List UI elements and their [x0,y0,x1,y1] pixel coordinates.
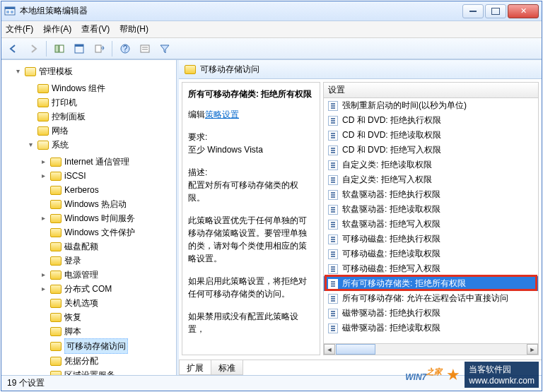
menu-file[interactable]: 文件(F) [6,23,33,35]
tree-node-label[interactable]: iSCSI [64,169,86,183]
settings-list-row[interactable]: CD 和 DVD: 拒绝写入权限 [324,143,538,158]
tree-pane[interactable]: ▾管理模板Windows 组件打印机控制面板网络▾系统▸Internet 通信管… [1,60,177,375]
expand-icon[interactable]: ▸ [40,271,47,279]
tree-node-label[interactable]: Internet 通信管理 [64,155,129,169]
tree-node-label[interactable]: 恢复 [64,310,81,324]
expand-icon[interactable]: ▸ [40,215,47,222]
settings-list[interactable]: 强制重新启动的时间(以秒为单位)CD 和 DVD: 拒绝执行权限CD 和 DVD… [324,98,538,343]
tree-node[interactable]: 可移动存储访问 [40,338,176,354]
nav-forward-button[interactable] [24,40,42,57]
tree-node[interactable]: 磁盘配额 [40,239,176,254]
tree-node[interactable]: 打印机 [27,95,176,109]
window-title: 本地组策略编辑器 [20,5,462,17]
menu-action[interactable]: 操作(A) [43,23,71,35]
tree-node-label[interactable]: 网络 [52,124,69,138]
app-window: 本地组策略编辑器 文件(F) 操作(A) 查看(V) 帮助(H) ? ▾管理模板… [1,1,542,391]
tree-node[interactable]: 脚本 [40,324,176,338]
tree-node-label[interactable]: 登录 [64,254,81,268]
nav-back-button[interactable] [4,40,23,57]
menu-view[interactable]: 查看(V) [81,23,110,35]
menu-help[interactable]: 帮助(H) [119,23,148,35]
tree-node-label[interactable]: 关机选项 [64,296,98,310]
tree-node[interactable]: ▸分布式 COM [40,282,176,296]
tree-node[interactable]: 控制面板 [27,109,176,124]
tree-node[interactable]: ▸电源管理 [40,268,176,282]
collapse-icon[interactable]: ▾ [14,68,22,76]
tree-node-label[interactable]: 打印机 [52,95,77,109]
tree-node-label[interactable]: Windows 文件保护 [64,225,135,239]
tree-node-label[interactable]: 脚本 [64,324,81,338]
settings-list-row[interactable]: 软盘驱动器: 拒绝写入权限 [324,217,538,232]
filter-button[interactable] [156,40,174,57]
policy-settings-link[interactable]: 策略设置 [205,109,239,119]
settings-column-header[interactable]: 设置 [324,83,538,98]
folder-icon [37,112,49,121]
tree-node[interactable]: 网络 [27,124,176,138]
tree-node[interactable]: ▾系统▸Internet 通信管理▸iSCSIKerberosWindows 热… [27,138,176,375]
tree-node-label[interactable]: Windows 组件 [52,81,105,95]
settings-list-row[interactable]: 软盘驱动器: 拒绝执行权限 [324,187,538,202]
tree-node[interactable]: Kerberos [40,183,176,197]
svg-rect-7 [75,44,83,47]
export-list-button[interactable] [90,40,108,57]
tree-node[interactable]: ▸iSCSI [40,169,176,183]
tree-node-label[interactable]: Windows 热启动 [64,197,127,211]
policy-item-label: 软盘驱动器: 拒绝写入权限 [342,218,440,230]
collapse-icon[interactable]: ▾ [27,141,35,149]
tree-node[interactable]: 关机选项 [40,296,176,310]
policy-item-label: 可移动磁盘: 拒绝执行权限 [342,233,440,245]
tree-node[interactable]: 区域设置服务 [40,368,176,375]
expand-icon[interactable]: ▸ [40,285,47,293]
settings-list-row[interactable]: 软盘驱动器: 拒绝读取权限 [324,202,538,217]
maximize-button[interactable] [485,4,506,18]
tree-node[interactable]: 凭据分配 [40,354,176,368]
settings-list-row[interactable]: 强制重新启动的时间(以秒为单位) [324,98,538,113]
tree-node-label[interactable]: 可移动存储访问 [64,338,128,354]
svg-rect-8 [95,45,101,52]
tree-node-label[interactable]: 分布式 COM [64,282,112,296]
minimize-button[interactable] [462,4,484,18]
tree-node[interactable]: ▸Internet 通信管理 [40,155,176,169]
requirements-value: 至少 Windows Vista [188,143,314,156]
tree-node-label[interactable]: 系统 [52,138,69,152]
settings-list-row[interactable]: 所有可移动存储类: 拒绝所有权限 [324,276,538,291]
svg-rect-1 [5,7,15,9]
settings-list-row[interactable]: 磁带驱动器: 拒绝读取权限 [324,321,538,335]
tree-node-label[interactable]: 电源管理 [64,268,98,282]
settings-list-row[interactable]: 所有可移动存储: 允许在远程会话中直接访问 [324,291,538,306]
tree-node[interactable]: ▸Windows 时间服务 [40,211,176,225]
horizontal-scrollbar[interactable]: ◄► [324,343,538,355]
tree-node[interactable]: Windows 热启动 [40,197,176,211]
help-button[interactable]: ? [116,40,134,57]
tree-node[interactable]: 登录 [40,254,176,268]
tree-node-label[interactable]: 凭据分配 [64,354,98,368]
tree-node-label[interactable]: 区域设置服务 [64,368,115,375]
expand-icon[interactable]: ▸ [40,172,47,180]
tab-extended[interactable]: 扩展 [179,360,211,375]
settings-list-row[interactable]: CD 和 DVD: 拒绝执行权限 [324,113,538,128]
settings-list-row[interactable]: 磁带驱动器: 拒绝执行权限 [324,306,538,321]
tree-node[interactable]: Windows 文件保护 [40,225,176,239]
expand-icon[interactable]: ▸ [40,158,47,166]
properties-button[interactable] [70,40,88,57]
policy-item-label: CD 和 DVD: 拒绝执行权限 [342,114,441,126]
settings-list-row[interactable]: 可移动磁盘: 拒绝读取权限 [324,247,538,261]
settings-list-row[interactable]: 自定义类: 拒绝读取权限 [324,158,538,172]
description-para-1: 此策略设置优先于任何单独的可移动存储策略设置。要管理单独的类，请对每个类使用相应… [188,214,314,265]
tree-node-label[interactable]: 管理模板 [39,64,73,78]
settings-list-row[interactable]: 可移动磁盘: 拒绝执行权限 [324,232,538,247]
options-button[interactable] [136,40,154,57]
settings-list-row[interactable]: 可移动磁盘: 拒绝写入权限 [324,261,538,276]
tree-node-label[interactable]: 磁盘配额 [64,239,98,254]
tree-node-label[interactable]: Kerberos [64,183,99,197]
show-hide-tree-button[interactable] [50,40,69,57]
tree-node[interactable]: 恢复 [40,310,176,324]
tree-node-label[interactable]: 控制面板 [52,109,86,124]
settings-list-row[interactable]: 自定义类: 拒绝写入权限 [324,172,538,187]
tree-node[interactable]: Windows 组件 [27,81,176,95]
tab-standard[interactable]: 标准 [211,360,243,375]
tree-node-label[interactable]: Windows 时间服务 [64,211,135,225]
close-button[interactable] [508,4,539,18]
settings-list-row[interactable]: CD 和 DVD: 拒绝读取权限 [324,128,538,143]
right-pane-title: 可移动存储访问 [200,64,259,76]
